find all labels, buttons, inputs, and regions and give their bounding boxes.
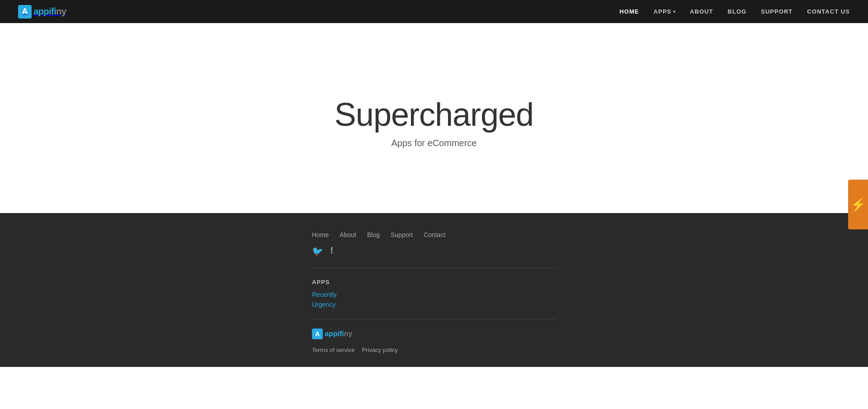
logo-letter-box: A [18,5,32,19]
footer-nav-home[interactable]: Home [312,231,329,238]
footer-nav-about[interactable]: About [340,231,356,238]
footer-apps-links: Recently Urgency [312,291,556,308]
footer-terms[interactable]: Terms of service [312,347,355,353]
footer-logo: A appifiny [312,328,352,339]
nav-apps[interactable]: APPS [654,8,672,15]
footer-nav: Home About Blog Support Contact [312,231,556,238]
hero-subtitle: Apps for eCommerce [392,138,477,148]
nav-about[interactable]: ABOUT [690,8,713,15]
footer-logo-blue: appifi [325,330,344,338]
nav-support[interactable]: SUPPORT [761,8,793,15]
footer-nav-blog[interactable]: Blog [367,231,380,238]
footer-social: 🐦 f [312,246,556,257]
logo-text: appifiny [33,6,66,17]
nav-home[interactable]: HOME [619,8,639,15]
side-widget[interactable]: ⚡ [848,180,868,229]
apps-caret-icon: ▾ [673,9,675,14]
footer-divider-2 [312,319,556,319]
facebook-icon[interactable]: f [330,246,333,257]
footer: Home About Blog Support Contact 🐦 f APPS… [0,213,868,367]
hero-title: Supercharged [335,97,533,133]
header-logo[interactable]: A appifiny [18,5,66,19]
footer-app-recently[interactable]: Recently [312,291,556,298]
main-nav: HOME APPS ▾ ABOUT BLOG SUPPORT CONTACT U… [619,8,850,15]
footer-divider-1 [312,267,556,268]
logo-gray: ny [56,6,66,16]
footer-logo-gray: ny [344,330,353,338]
hero-section: Supercharged Apps for eCommerce [0,23,868,213]
footer-bottom-links: Terms of service Privacy policy [312,347,556,353]
footer-nav-contact[interactable]: Contact [424,231,445,238]
footer-nav-support[interactable]: Support [391,231,413,238]
nav-blog[interactable]: BLOG [728,8,747,15]
header: A appifiny HOME APPS ▾ ABOUT BLOG SUPPOR… [0,0,868,23]
footer-app-urgency[interactable]: Urgency [312,301,556,308]
twitter-icon[interactable]: 🐦 [312,246,323,257]
footer-apps-title: APPS [312,279,556,285]
side-widget-icon: ⚡ [850,197,866,212]
logo-blue: appifi [33,6,56,16]
footer-logo-text: appifiny [325,330,352,338]
nav-contact[interactable]: CONTACT US [807,8,850,15]
footer-inner: Home About Blog Support Contact 🐦 f APPS… [294,231,574,353]
nav-apps-wrap: APPS ▾ [654,8,676,15]
footer-logo-letter: A [312,328,323,339]
footer-privacy[interactable]: Privacy policy [362,347,398,353]
